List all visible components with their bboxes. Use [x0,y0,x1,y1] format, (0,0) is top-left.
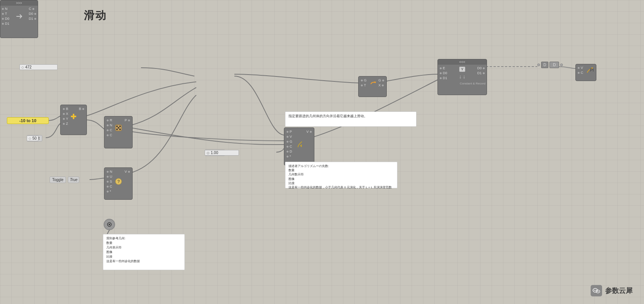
svg-point-17 [596,290,600,293]
port-C5: C [286,145,292,148]
move-curve-icon [296,140,303,148]
port-T-dot [2,13,4,15]
count-input[interactable]: ◇ 50 [27,135,38,141]
move-outputs: V [306,130,312,158]
cr-inputs: E D0 D1 [439,66,447,80]
port-V-out-dot [128,170,130,173]
cr-port-E-dot [439,67,442,70]
port-S-dot [106,180,109,183]
connections-svg [0,0,644,304]
port-D2: D [286,150,292,153]
conn-cond-dispatch [130,95,196,173]
cond-outputs: V [125,170,130,193]
cr-arrows: ↓ ↓ [459,73,466,80]
svg-point-5 [119,126,121,127]
repeat-input[interactable]: ◇ 472 [19,64,58,70]
text-desc2: 描述者アルゴリズムーの先数:数量几何数示符图像比接这是有一些内诊化的数据，小于几… [288,164,394,189]
svg-point-19 [598,291,599,292]
repeat-value: 472 [25,65,32,69]
port-C4: C [106,185,112,188]
move-icon [294,130,305,158]
port-V2: V [286,135,292,138]
port-B-dot [62,108,65,110]
port-P2: P [286,130,292,134]
cr-checkbox-Y[interactable]: Y [459,67,465,72]
gear-circle[interactable] [104,219,115,230]
port-B-out: B [79,107,85,111]
svg-point-18 [597,291,598,292]
cr-arrow-down2[interactable]: ↓ [463,73,466,80]
toggle-label[interactable]: Toggle [50,177,66,183]
cr-port-D0: D0 [439,71,447,75]
port-D1-out: D1 [29,17,37,21]
port-D1: D1 [2,22,10,25]
port-P-out-dot [128,119,130,122]
port-D0-dot [2,18,4,20]
output-connector: D D [537,62,563,68]
port-star2-dot [286,155,289,158]
move-node: P V G C D * V [284,127,314,166]
watermark: 参数云犀 [591,285,633,296]
port-R-dot [106,119,109,122]
cr-port-D0-out-dot [482,67,485,70]
port-V3-out-dot [309,131,312,133]
gtx-body: G T G X [359,76,386,89]
page-title: 滑动 [84,8,107,23]
vc-inputs: V C [577,66,583,75]
svg-point-6 [116,129,118,130]
conn-count-xyz [46,124,60,138]
text-box-description3: 滑到参考几何: 数量 几何表示符 图像 比接 这是有一些内诊化的数据 [103,234,185,270]
gtx-node: G T G X [358,76,387,97]
toggle-value[interactable]: True [68,177,79,183]
port-G-out: G [378,78,384,82]
port-R: R [106,118,112,122]
vc-node: V C [575,64,596,81]
watermark-text: 参数云犀 [605,286,633,295]
conditional-body: N U S C * ? V [104,168,132,195]
repeat-diamond: ◇ [21,65,24,69]
port-C5-dot [286,145,289,148]
cr-header: <<< [438,59,487,65]
dispatch-arrow-icon [15,13,23,20]
svg-text:?: ? [117,179,120,184]
svg-point-13 [109,224,110,225]
port-Z-dot [62,123,65,125]
port-C6-dot [577,72,580,74]
cr-port-D1-dot [439,77,442,80]
wechat-icon [593,288,600,294]
cr-port-D1: D1 [439,76,447,80]
gtx-outputs: G X [378,78,384,87]
out-right-dot [560,64,563,66]
port-D0: D0 [2,17,10,21]
port-D1-dot [2,22,4,25]
dispatch-inputs: N T D0 D1 [2,7,10,25]
xyz-body: B X Y Z B [61,105,87,127]
multiplier-diamond: ◎ [207,151,210,155]
conn-gtx-cr [383,74,437,82]
cr-arrow-down1[interactable]: ↓ [459,73,462,80]
port-U-dot [106,175,109,178]
gear-node [104,219,115,230]
cr-label: Constant & Record [438,81,487,86]
xyz-node: B X Y Z B [60,105,87,135]
gtx-inputs: G T [360,78,367,87]
multiplier-input[interactable]: ◎ 1.00 [205,150,239,156]
port-P2-dot [286,131,289,133]
gear-icon [106,221,113,228]
cond-icon: ? [114,170,123,193]
dispatch-outputs: C D0 D1 [29,7,37,25]
range-slider[interactable]: -10 to 10 [7,117,49,124]
cr-outputs: D0 D1 [477,66,485,80]
toggle-container: Toggle True [50,177,79,183]
port-C2: C [106,128,112,132]
conn-repeat-dispatch [141,68,194,76]
conditional-node: N U S C * ? V [104,167,133,200]
port-Y: Y [62,117,68,121]
cond-inputs: N U S C * [106,170,112,193]
conn-mult-move [276,148,284,152]
conn-dispatch-move-top [234,76,284,135]
multiplier-container: Multiplier ◎ 1.00 [205,150,225,156]
port-V4: V [577,66,583,70]
svg-point-4 [119,129,121,130]
port-P-out: P [125,118,130,122]
